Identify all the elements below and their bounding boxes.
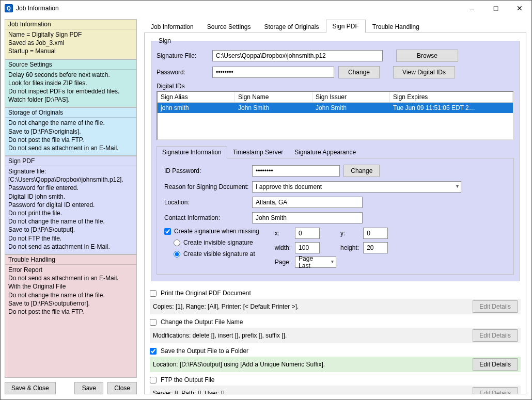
col-sign-alias[interactable]: Sign Alias bbox=[158, 92, 235, 102]
tab-jobinfo[interactable]: Job Information bbox=[144, 20, 200, 33]
x-label: x: bbox=[275, 230, 291, 237]
rename-label: Change the Output File Name bbox=[161, 318, 243, 326]
contact-input[interactable] bbox=[252, 212, 363, 223]
sidebar-section-storage[interactable]: Storage of Originals Do not change the n… bbox=[5, 107, 137, 156]
ftp-desc: Server: [], Path: [], User: []. bbox=[153, 390, 226, 394]
sidebar-header: Job Information bbox=[5, 20, 136, 29]
digitalids-label: Digital IDs bbox=[157, 83, 514, 90]
minimize-button[interactable]: – bbox=[460, 1, 484, 16]
tabpage-signpdf: Sign Signature File: Browse Password: Ch… bbox=[144, 33, 526, 394]
print-edit-button[interactable]: Edit Details bbox=[473, 300, 518, 313]
ftp-checkbox[interactable] bbox=[150, 377, 157, 383]
create-missing-label: Create signature when missing bbox=[174, 228, 259, 235]
save-label: Save the Output File to a Folder bbox=[161, 347, 248, 355]
change-password-button[interactable]: Change bbox=[338, 66, 380, 78]
save-close-button[interactable]: Save & Close bbox=[5, 382, 56, 394]
window-title: Job Information bbox=[16, 5, 460, 12]
table-header: Sign Alias Sign Name Sign Issuer Sign Ex… bbox=[158, 92, 513, 103]
outrow-save: Save the Output File to a Folder Locatio… bbox=[150, 345, 521, 374]
sigfile-input[interactable] bbox=[212, 50, 383, 61]
password-label: Password: bbox=[157, 69, 208, 76]
print-checkbox[interactable] bbox=[150, 290, 157, 297]
y-input[interactable] bbox=[363, 228, 388, 239]
col-sign-issuer[interactable]: Sign Issuer bbox=[312, 92, 390, 102]
main-tabs: Job Information Source Settings Storage … bbox=[144, 19, 526, 33]
sidebar-body: Error Report Do not send as attachment i… bbox=[5, 265, 136, 319]
app-icon: Q bbox=[5, 4, 13, 12]
chevron-down-icon: ▾ bbox=[456, 183, 459, 189]
close-button-bottom[interactable]: Close bbox=[107, 382, 137, 394]
sign-subtabs: Signature Information Timestamp Server S… bbox=[157, 146, 514, 158]
visible-radio[interactable] bbox=[174, 251, 180, 258]
sidebar: Job Information Name = Digitally Sign PD… bbox=[1, 16, 141, 399]
sidebar-body: Delay 60 seconds before next watch. Look… bbox=[5, 70, 136, 107]
view-digital-ids-button[interactable]: View Digital IDs bbox=[393, 66, 455, 78]
sidebar-section-source[interactable]: Source Settings Delay 60 seconds before … bbox=[5, 59, 137, 108]
sigfile-label: Signature File: bbox=[157, 52, 208, 59]
titlebar: Q Job Information – □ ✕ bbox=[1, 1, 531, 16]
print-desc: Copies: [1], Range: [All], Printer: [< D… bbox=[153, 303, 299, 310]
height-input[interactable] bbox=[363, 242, 388, 253]
invisible-label: Create invisible signature bbox=[183, 239, 253, 246]
reason-select[interactable]: I approve this document ▾ bbox=[252, 181, 461, 193]
rename-edit-button[interactable]: Edit Details bbox=[473, 329, 518, 342]
sign-panel: Sign Signature File: Browse Password: Ch… bbox=[151, 37, 520, 281]
sidebar-header: Source Settings bbox=[5, 60, 136, 70]
sidebar-header: Sign PDF bbox=[5, 156, 136, 166]
close-button[interactable]: ✕ bbox=[508, 1, 531, 16]
create-missing-checkbox[interactable] bbox=[164, 228, 171, 235]
idpassword-input[interactable] bbox=[252, 165, 340, 177]
tab-trouble[interactable]: Trouble Handling bbox=[366, 20, 426, 33]
sidebar-buttons: Save & Close Save Close bbox=[5, 378, 137, 396]
subtab-timestamp[interactable]: Timestamp Server bbox=[227, 146, 289, 158]
contact-label: Contact Information: bbox=[164, 214, 252, 221]
page-select[interactable]: Page Last ▾ bbox=[295, 257, 336, 268]
sidebar-body: Signature file: [C:\Users\Qoppa\Dropbox\… bbox=[5, 166, 136, 254]
digitalids-table[interactable]: Sign Alias Sign Name Sign Issuer Sign Ex… bbox=[157, 91, 514, 140]
invisible-radio[interactable] bbox=[174, 239, 180, 246]
outrow-ftp: FTP the Output File Server: [], Path: []… bbox=[150, 374, 521, 394]
outrow-rename: Change the Output File Name Modification… bbox=[150, 316, 521, 345]
idpassword-label: ID Password: bbox=[164, 167, 252, 174]
table-row[interactable]: john smith John Smith John Smith Tue Jun… bbox=[158, 103, 513, 113]
browse-button[interactable]: Browse bbox=[396, 50, 458, 62]
reason-label: Reason for Signing Document: bbox=[164, 183, 252, 190]
tab-signpdf[interactable]: Sign PDF bbox=[326, 20, 366, 33]
maximize-button[interactable]: □ bbox=[484, 1, 508, 16]
save-button[interactable]: Save bbox=[74, 382, 103, 394]
location-label: Location: bbox=[164, 199, 252, 206]
outrow-print: Print the Original PDF Document Copies: … bbox=[150, 287, 521, 316]
width-input[interactable] bbox=[295, 242, 320, 253]
chevron-down-icon: ▾ bbox=[331, 259, 334, 264]
save-edit-button[interactable]: Edit Details bbox=[473, 358, 518, 371]
save-checkbox[interactable] bbox=[150, 348, 157, 355]
tab-storage[interactable]: Storage of Originals bbox=[257, 20, 325, 33]
rename-checkbox[interactable] bbox=[150, 319, 157, 326]
idpassword-change-button[interactable]: Change bbox=[343, 165, 380, 177]
sidebar-section-signpdf[interactable]: Sign PDF Signature file: [C:\Users\Qoppa… bbox=[5, 156, 137, 254]
col-sign-expires[interactable]: Sign Expires bbox=[390, 92, 513, 102]
sidebar-section-trouble[interactable]: Trouble Handling Error Report Do not sen… bbox=[5, 254, 137, 378]
window: Q Job Information – □ ✕ Job Information … bbox=[0, 0, 532, 400]
save-desc: Location: [D:\PAS\output] using [Add a U… bbox=[153, 361, 325, 368]
sidebar-body: Do not change the name of the file. Save… bbox=[5, 118, 136, 155]
print-label: Print the Original PDF Document bbox=[161, 290, 251, 297]
ftp-edit-button[interactable]: Edit Details bbox=[473, 387, 518, 394]
output-options: Print the Original PDF Document Copies: … bbox=[150, 287, 521, 394]
sidebar-header: Trouble Handling bbox=[5, 255, 136, 265]
visible-label: Create visible signature at bbox=[183, 250, 255, 258]
col-sign-name[interactable]: Sign Name bbox=[235, 92, 312, 102]
x-input[interactable] bbox=[295, 228, 320, 239]
password-input[interactable] bbox=[212, 67, 334, 78]
rename-desc: Modifications: delete [], insert [], pre… bbox=[153, 332, 287, 339]
subtabpage-siginfo: ID Password: Change Reason for Signing D… bbox=[157, 158, 514, 275]
page-label: Page: bbox=[275, 259, 291, 266]
subtab-siginfo[interactable]: Signature Information bbox=[157, 146, 227, 158]
sign-legend: Sign bbox=[157, 37, 173, 44]
location-input[interactable] bbox=[252, 197, 363, 208]
subtab-appearance[interactable]: Signature Appearance bbox=[289, 146, 362, 158]
tab-source[interactable]: Source Settings bbox=[200, 20, 258, 33]
sidebar-section-jobinfo[interactable]: Job Information Name = Digitally Sign PD… bbox=[5, 19, 137, 59]
main: Job Information Source Settings Storage … bbox=[141, 16, 531, 399]
height-label: height: bbox=[340, 244, 359, 251]
